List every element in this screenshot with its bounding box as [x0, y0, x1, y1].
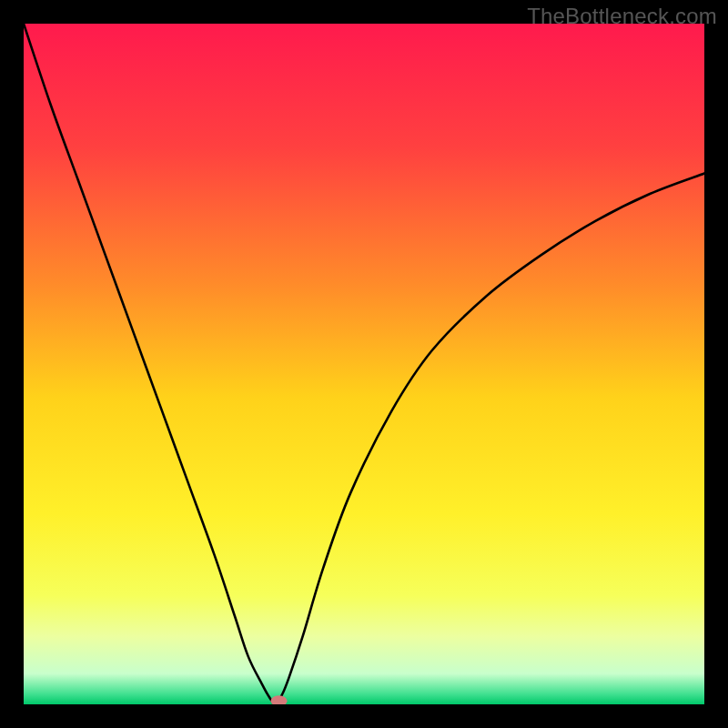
chart-frame	[24, 24, 704, 704]
watermark-text: TheBottleneck.com	[527, 4, 717, 29]
bottleneck-chart	[24, 24, 704, 704]
gradient-background	[24, 24, 704, 704]
